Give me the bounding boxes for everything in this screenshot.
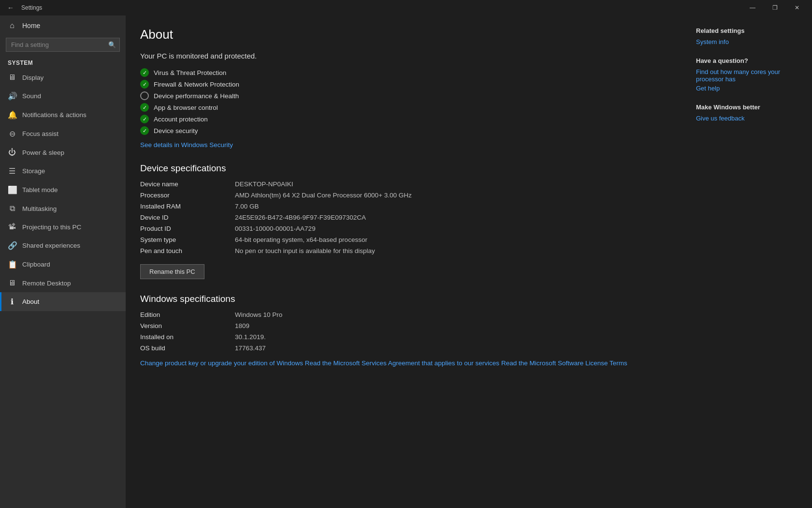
- sidebar-item-label: Focus assist: [22, 130, 58, 137]
- sidebar-item-label: Multitasking: [22, 205, 57, 212]
- maximize-button[interactable]: ❐: [764, 0, 786, 15]
- power-icon: ⏻: [8, 148, 16, 157]
- sidebar-item-remote[interactable]: 🖥 Remote Desktop: [0, 274, 126, 292]
- sidebar-item-tablet[interactable]: ⬜ Tablet mode: [0, 180, 126, 199]
- minimize-button[interactable]: —: [741, 0, 764, 15]
- shared-icon: 🔗: [8, 241, 16, 250]
- search-icon: 🔍: [108, 41, 116, 48]
- sidebar: ⌂ Home 🔍 System 🖥 Display 🔊 Sound 🔔 Noti…: [0, 15, 126, 508]
- related-settings-title: Related settings: [696, 27, 802, 34]
- projecting-icon: 📽: [8, 223, 16, 231]
- spec-label-version: Version: [140, 322, 227, 329]
- main-layout: ⌂ Home 🔍 System 🖥 Display 🔊 Sound 🔔 Noti…: [0, 15, 812, 508]
- check-health-icon: [140, 91, 149, 100]
- sidebar-item-display[interactable]: 🖥 Display: [0, 68, 126, 87]
- sidebar-item-projecting[interactable]: 📽 Projecting to this PC: [0, 218, 126, 236]
- right-panel: Related settings System info Have a ques…: [686, 15, 812, 508]
- spec-value-pen-touch: No pen or touch input is available for t…: [235, 247, 667, 254]
- spec-label-device-name: Device name: [140, 180, 227, 188]
- sidebar-item-label: About: [22, 298, 39, 305]
- security-item-app-browser: App & browser control: [140, 102, 667, 113]
- sidebar-item-multitasking[interactable]: ⧉ Multitasking: [0, 199, 126, 218]
- spec-value-version: 1809: [235, 322, 667, 329]
- titlebar: ← Settings — ❐ ✕: [0, 0, 812, 15]
- security-label: Device security: [154, 127, 198, 134]
- security-label: Device performance & Health: [154, 92, 239, 100]
- sound-icon: 🔊: [8, 91, 16, 101]
- find-cores-link[interactable]: Find out how many cores your processor h…: [696, 68, 802, 83]
- rename-pc-button[interactable]: Rename this PC: [140, 264, 204, 279]
- sidebar-item-sound[interactable]: 🔊 Sound: [0, 87, 126, 105]
- sidebar-item-storage[interactable]: ☰ Storage: [0, 162, 126, 180]
- multitasking-icon: ⧉: [8, 204, 16, 213]
- ms-license-terms-link[interactable]: Read the Microsoft Software License Term…: [501, 359, 627, 367]
- security-item-virus: Virus & Threat Protection: [140, 67, 667, 78]
- spec-value-installed-on: 30.1.2019.: [235, 333, 667, 341]
- related-settings-section: Related settings System info: [696, 27, 802, 45]
- close-button[interactable]: ✕: [786, 0, 808, 15]
- ms-services-agreement-link[interactable]: Read the Microsoft Services Agreement th…: [305, 359, 499, 367]
- spec-value-ram: 7.00 GB: [235, 203, 667, 210]
- spec-label-device-id: Device ID: [140, 214, 227, 221]
- sidebar-item-label: Tablet mode: [22, 186, 58, 194]
- sidebar-item-label: Storage: [22, 167, 45, 175]
- windows-specs-title: Windows specifications: [140, 294, 667, 304]
- make-better-section: Make Windows better Give us feedback: [696, 104, 802, 122]
- display-icon: 🖥: [8, 73, 16, 82]
- sidebar-item-label: Projecting to this PC: [22, 224, 81, 231]
- system-info-link[interactable]: System info: [696, 38, 802, 45]
- spec-value-product-id: 00331-10000-00001-AA729: [235, 225, 667, 232]
- see-details-link[interactable]: See details in Windows Security: [140, 141, 233, 149]
- sidebar-item-shared[interactable]: 🔗 Shared experiences: [0, 236, 126, 255]
- clipboard-icon: 📋: [8, 260, 16, 269]
- security-label: App & browser control: [154, 104, 218, 111]
- sidebar-item-focus[interactable]: ⊖ Focus assist: [0, 124, 126, 143]
- security-item-device-health: Device performance & Health: [140, 90, 667, 102]
- home-label: Home: [22, 22, 40, 30]
- spec-label-ram: Installed RAM: [140, 203, 227, 210]
- check-security-icon: [140, 126, 149, 135]
- search-input[interactable]: [6, 38, 120, 52]
- make-better-title: Make Windows better: [696, 104, 802, 111]
- notifications-icon: 🔔: [8, 110, 16, 120]
- spec-value-device-name: DESKTOP-NP0AIKI: [235, 180, 667, 188]
- spec-value-os-build: 17763.437: [235, 344, 667, 352]
- sidebar-item-label: Power & sleep: [22, 149, 64, 156]
- device-specs-title: Device specifications: [140, 163, 667, 174]
- have-question-title: Have a question?: [696, 57, 802, 64]
- search-container: 🔍: [6, 38, 120, 52]
- device-specs-table: Device name DESKTOP-NP0AIKI Processor AM…: [140, 180, 667, 254]
- have-question-section: Have a question? Find out how many cores…: [696, 57, 802, 92]
- content-area: About Your PC is monitored and protected…: [126, 15, 686, 508]
- sidebar-item-power[interactable]: ⏻ Power & sleep: [0, 143, 126, 162]
- page-title: About: [140, 27, 667, 42]
- home-icon: ⌂: [8, 21, 16, 30]
- about-icon: ℹ: [8, 297, 16, 306]
- get-help-link[interactable]: Get help: [696, 85, 802, 92]
- spec-label-system-type: System type: [140, 236, 227, 243]
- app-title: Settings: [21, 4, 741, 11]
- sidebar-item-home[interactable]: ⌂ Home: [0, 15, 126, 36]
- security-item-device-security: Device security: [140, 125, 667, 136]
- back-button[interactable]: ←: [4, 1, 17, 15]
- security-item-firewall: Firewall & Network Protection: [140, 78, 667, 90]
- security-label: Virus & Threat Protection: [154, 69, 226, 76]
- sidebar-item-label: Notifications & actions: [22, 111, 87, 119]
- spec-label-pen-touch: Pen and touch: [140, 247, 227, 254]
- security-label: Account protection: [154, 116, 208, 123]
- remote-icon: 🖥: [8, 279, 16, 287]
- sidebar-item-notifications[interactable]: 🔔 Notifications & actions: [0, 105, 126, 124]
- sidebar-item-label: Remote Desktop: [22, 280, 71, 287]
- spec-label-installed-on: Installed on: [140, 333, 227, 341]
- sidebar-item-about[interactable]: ℹ About: [0, 292, 126, 311]
- feedback-link[interactable]: Give us feedback: [696, 115, 802, 122]
- change-product-key-link[interactable]: Change product key or upgrade your editi…: [140, 359, 303, 367]
- spec-label-os-build: OS build: [140, 344, 227, 352]
- sidebar-item-clipboard[interactable]: 📋 Clipboard: [0, 255, 126, 274]
- security-label: Firewall & Network Protection: [154, 81, 239, 88]
- tablet-icon: ⬜: [8, 185, 16, 194]
- sidebar-item-label: Sound: [22, 92, 41, 100]
- check-app-icon: [140, 103, 149, 112]
- sidebar-item-label: Shared experiences: [22, 242, 80, 249]
- spec-label-processor: Processor: [140, 192, 227, 199]
